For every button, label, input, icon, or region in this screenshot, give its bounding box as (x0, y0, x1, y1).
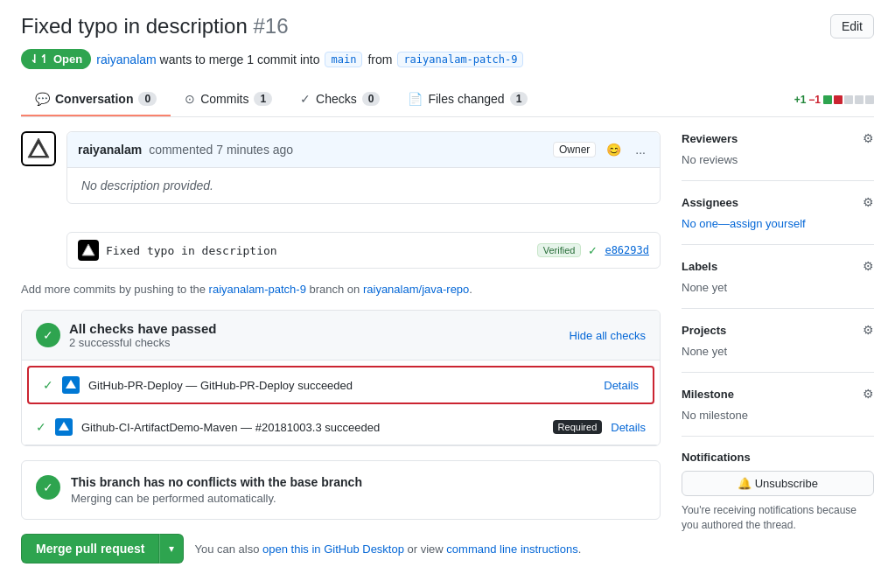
all-checks-passed-icon: ✓ (36, 323, 60, 347)
content-area: raiyanalam commented 7 minutes ago Owner… (21, 131, 661, 578)
comment-author[interactable]: raiyanalam (78, 143, 142, 157)
page-container: Fixed typo in description #16 Edit ⇃↿ Op… (0, 0, 895, 588)
additions-stat: +1 (794, 94, 807, 106)
assignees-value-link[interactable]: No one—assign yourself (682, 217, 806, 230)
avatar (21, 131, 56, 166)
azure-logo-1 (65, 379, 77, 391)
reviewers-value: No reviews (682, 153, 738, 166)
labels-title: Labels (682, 260, 717, 273)
pr-number: #16 (253, 14, 288, 38)
conversation-tab-label: Conversation (55, 92, 133, 106)
no-conflict-title: This branch has no conflicts with the ba… (71, 475, 362, 489)
check-1-details-link[interactable]: Details (604, 379, 639, 392)
open-badge: ⇃↿ Open (21, 49, 91, 69)
comment-box: raiyanalam commented 7 minutes ago Owner… (66, 131, 661, 204)
labels-gear-button[interactable]: ⚙ (863, 259, 874, 273)
unsubscribe-button[interactable]: 🔔 Unsubscribe (682, 471, 874, 496)
check-2-separator: — (241, 421, 255, 434)
check-row-highlighted: ✓ GitHub-PR-Deploy — GitHub-PR-Deploy su… (27, 366, 654, 404)
azure-logo-2 (58, 421, 70, 433)
repo-link[interactable]: raiyanalam/java-repo (363, 283, 469, 296)
checks-box: ✓ All checks have passed 2 successful ch… (21, 310, 661, 446)
no-conflict-box: ✓ This branch has no conflicts with the … (21, 460, 661, 520)
tab-checks[interactable]: ✓ Checks 0 (286, 83, 394, 116)
checks-subtitle: 2 successful checks (69, 336, 561, 349)
sidebar-labels-header: Labels ⚙ (682, 259, 874, 273)
assignees-gear-button[interactable]: ⚙ (863, 195, 874, 209)
more-options-button[interactable]: ... (632, 141, 649, 158)
pr-author-link[interactable]: raiyanalam (96, 52, 156, 66)
no-conflict-text: This branch has no conflicts with the ba… (71, 475, 362, 505)
reviewers-title: Reviewers (682, 132, 738, 145)
projects-gear-button[interactable]: ⚙ (863, 323, 874, 337)
from-text: from (367, 52, 392, 66)
notifications-title: Notifications (682, 451, 751, 464)
tab-files-changed[interactable]: 📄 Files changed 1 (394, 83, 542, 116)
open-github-desktop-link[interactable]: open this in GitHub Desktop (262, 542, 404, 556)
check-2-pass-icon: ✓ (36, 420, 46, 434)
merge-dropdown-button[interactable]: ▾ (159, 534, 184, 564)
merge-button-group: Merge pull request ▾ (21, 534, 184, 564)
target-branch-link[interactable]: main (325, 52, 362, 67)
source-branch-link[interactable]: raiyanalam-patch-9 (397, 52, 523, 67)
azure-icon-1 (62, 376, 80, 394)
edit-button[interactable]: Edit (830, 14, 874, 38)
comment-body: No description provided. (67, 168, 660, 203)
open-badge-text: Open (53, 52, 82, 66)
check-1-separator: — (185, 379, 200, 392)
pr-subtitle: ⇃↿ Open raiyanalam wants to merge 1 comm… (21, 49, 874, 69)
comment-header-right: Owner 😊 ... (553, 141, 649, 158)
sidebar-projects-header: Projects ⚙ (682, 323, 874, 337)
diff-stats: +1 −1 (794, 94, 874, 106)
checks-header: ✓ All checks have passed 2 successful ch… (22, 311, 660, 360)
check-row-2: ✓ Github-CI-ArtifactDemo-Maven — #201810… (22, 410, 660, 445)
commit-avatar-logo (81, 243, 95, 257)
check-2-details-link[interactable]: Details (611, 421, 646, 434)
check-1-status: GitHub-PR-Deploy succeeded (200, 379, 353, 392)
milestone-value: No milestone (682, 409, 748, 422)
projects-title: Projects (682, 324, 726, 337)
commits-icon: ⊙ (185, 92, 195, 106)
reviewers-gear-button[interactable]: ⚙ (863, 131, 874, 145)
comment-header: raiyanalam commented 7 minutes ago Owner… (67, 132, 660, 168)
pr-author: raiyanalam wants to merge 1 commit into (96, 52, 319, 66)
diff-block-3 (844, 95, 853, 104)
branch-link[interactable]: raiyanalam-patch-9 (209, 283, 306, 296)
milestone-title: Milestone (682, 388, 734, 401)
command-line-link[interactable]: command line instructions (446, 542, 577, 556)
diff-block-2 (834, 95, 843, 104)
azure-icon-2 (55, 418, 73, 436)
milestone-gear-button[interactable]: ⚙ (863, 387, 874, 401)
tab-commits[interactable]: ⊙ Commits 1 (171, 83, 286, 116)
commit-check-icon: ✓ (588, 244, 598, 257)
add-reaction-button[interactable]: 😊 (603, 141, 625, 158)
conversation-count: 0 (138, 92, 157, 106)
check-1-pass-icon: ✓ (43, 378, 53, 392)
conversation-icon: 💬 (35, 92, 50, 106)
tab-conversation[interactable]: 💬 Conversation 0 (21, 83, 171, 116)
files-changed-count: 1 (510, 92, 528, 106)
svg-marker-2 (82, 244, 94, 256)
checks-tab-label: Checks (316, 92, 357, 106)
deletions-stat: −1 (808, 94, 821, 106)
check-row-1: ✓ GitHub-PR-Deploy — GitHub-PR-Deploy su… (29, 368, 653, 402)
sidebar-assignees-header: Assignees ⚙ (682, 195, 874, 209)
check-1-name: GitHub-PR-Deploy — GitHub-PR-Deploy succ… (88, 379, 595, 392)
hide-checks-button[interactable]: Hide all checks (570, 329, 646, 342)
check-2-name-text: Github-CI-ArtifactDemo-Maven (81, 421, 237, 434)
main-content: raiyanalam commented 7 minutes ago Owner… (21, 117, 874, 578)
comment-header-left: raiyanalam commented 7 minutes ago (78, 143, 293, 157)
info-text: Add more commits by pushing to the raiya… (21, 283, 661, 296)
pr-title-area: Fixed typo in description #16 (21, 14, 289, 38)
commit-sha-link[interactable]: e86293d (605, 244, 649, 256)
merge-pull-request-button[interactable]: Merge pull request (21, 534, 159, 564)
merge-area: Merge pull request ▾ You can also open t… (21, 534, 661, 564)
check-2-name: Github-CI-ArtifactDemo-Maven — #20181003… (81, 421, 544, 434)
checks-title-area: All checks have passed 2 successful chec… (69, 321, 561, 349)
diff-bar (823, 95, 874, 104)
checks-title: All checks have passed (69, 321, 561, 336)
merge-icon: ⇃↿ (30, 52, 49, 66)
no-conflict-subtitle: Merging can be performed automatically. (71, 492, 362, 505)
tabs-bar: 💬 Conversation 0 ⊙ Commits 1 ✓ Checks 0 … (21, 83, 874, 117)
sidebar-labels-section: Labels ⚙ None yet (682, 259, 874, 309)
